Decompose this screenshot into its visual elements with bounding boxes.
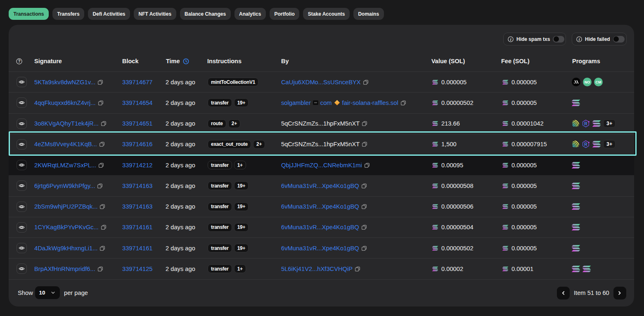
svg-text:i: i (579, 37, 580, 41)
svg-text:i: i (510, 37, 511, 41)
svg-text:CM: CM (596, 80, 601, 84)
svg-text:NO: NO (585, 80, 590, 84)
svg-text:R: R (584, 121, 587, 126)
svg-text:?: ? (18, 59, 20, 63)
